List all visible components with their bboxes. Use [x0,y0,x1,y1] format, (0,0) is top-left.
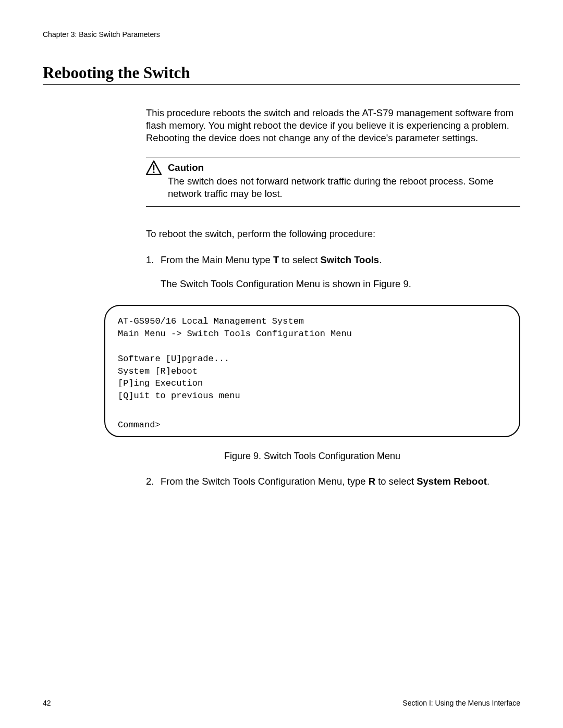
step-1-text: From the Main Menu type T to select Swit… [161,254,382,265]
terminal-screen: AT-GS950/16 Local Management System Main… [104,305,520,437]
intro-paragraph: This procedure reboots the switch and re… [146,107,520,144]
terminal-line: [Q]uit to previous menu [118,390,507,402]
terminal-line: Software [U]pgrade... [118,353,507,365]
step-number: 2. [146,475,154,488]
warning-icon [146,161,162,175]
chapter-header: Chapter 3: Basic Switch Parameters [43,30,520,39]
procedure-intro: To reboot the switch, perform the follow… [146,228,520,240]
step-2: 2. From the Switch Tools Configuration M… [146,475,520,488]
terminal-line: System [R]eboot [118,365,507,378]
command-prompt: Command> [118,419,161,431]
step-2-text: From the Switch Tools Configuration Menu… [161,476,489,487]
terminal-line: AT-GS950/16 Local Management System [118,315,507,328]
step-number: 1. [146,254,154,266]
section-label: Section I: Using the Menus Interface [402,699,520,707]
caution-text: The switch does not forward network traf… [168,175,520,200]
step-1-sub: The Switch Tools Configuration Menu is s… [161,278,520,290]
terminal-line: Main Menu -> Switch Tools Configuration … [118,328,507,340]
caution-title: Caution [168,162,520,174]
terminal-line: [P]ing Execution [118,377,507,390]
footer: 42 Section I: Using the Menus Interface [43,699,520,707]
terminal-blank [118,340,507,353]
page-heading: Rebooting the Switch [43,64,520,85]
page-number: 42 [43,699,51,707]
caution-box: Caution The switch does not forward netw… [146,157,520,207]
svg-point-2 [153,171,154,173]
figure-caption: Figure 9. Switch Tools Configuration Men… [104,451,520,462]
step-1: 1. From the Main Menu type T to select S… [146,254,520,290]
